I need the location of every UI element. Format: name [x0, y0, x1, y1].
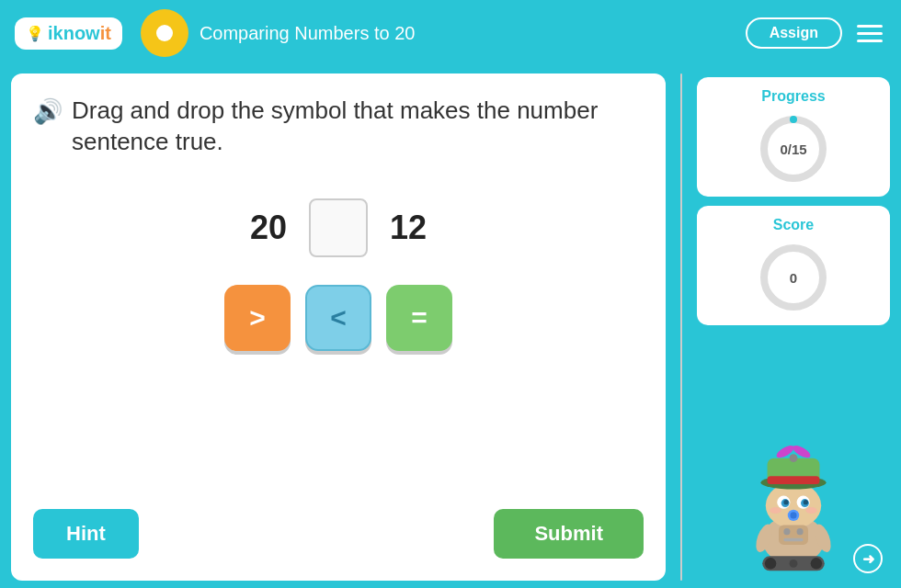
score-circle: 0: [757, 241, 830, 314]
svg-point-23: [805, 507, 816, 514]
assign-button[interactable]: Assign: [746, 17, 842, 49]
submit-button[interactable]: Submit: [494, 509, 644, 559]
hamburger-icon: [857, 32, 883, 35]
svg-point-6: [811, 558, 822, 569]
bulb-icon: 💡: [26, 25, 44, 42]
robot-area: ➜: [697, 334, 890, 581]
svg-point-22: [770, 507, 781, 514]
svg-point-29: [783, 528, 790, 535]
logo-text: iknowit: [48, 23, 111, 44]
page-title: Comparing Numbers to 20: [200, 23, 735, 44]
svg-point-20: [783, 500, 788, 504]
main-area: 🔊 Drag and drop the symbol that makes th…: [0, 66, 901, 588]
app-header: 💡 iknowit Comparing Numbers to 20 Assign: [0, 0, 901, 66]
question-panel: 🔊 Drag and drop the symbol that makes th…: [11, 74, 666, 581]
svg-point-7: [790, 560, 798, 568]
equal-button[interactable]: =: [386, 285, 452, 351]
score-title: Score: [773, 217, 814, 233]
bottom-bar: Hint Submit: [33, 509, 644, 559]
question-area: 🔊 Drag and drop the symbol that makes th…: [33, 96, 644, 158]
svg-point-12: [790, 454, 798, 462]
svg-point-30: [797, 528, 804, 535]
nav-arrow-button[interactable]: ➜: [853, 544, 883, 573]
robot-character: [720, 434, 867, 581]
svg-point-5: [765, 558, 776, 569]
logo-iknow: iknow: [48, 23, 100, 43]
divider: [680, 74, 682, 581]
progress-section: Progress 0/15: [697, 77, 890, 197]
right-number: 12: [390, 209, 427, 247]
menu-button[interactable]: [853, 21, 886, 46]
right-panel: Progress 0/15 Score 0: [697, 74, 890, 581]
logo: 💡 iknowit: [15, 17, 122, 50]
progress-value: 0/15: [780, 141, 806, 157]
question-text: Drag and drop the symbol that makes the …: [72, 96, 644, 158]
logo-it: it: [100, 23, 111, 43]
drop-target[interactable]: [309, 198, 368, 257]
svg-rect-28: [779, 526, 808, 545]
hamburger-icon: [857, 40, 883, 42]
speaker-icon[interactable]: 🔊: [33, 97, 63, 126]
greater-than-button[interactable]: >: [224, 285, 291, 351]
header-circle-inner: [156, 25, 173, 41]
score-section: Score 0: [697, 206, 890, 325]
hint-button[interactable]: Hint: [33, 509, 139, 559]
svg-point-25: [790, 512, 796, 518]
symbols-area: > < =: [33, 285, 644, 351]
hamburger-icon: [857, 25, 883, 28]
header-circle: [141, 9, 188, 57]
svg-point-9: [766, 482, 821, 528]
comparison-area: 20 12: [33, 198, 644, 257]
less-than-label: <: [330, 302, 347, 334]
left-number: 20: [250, 209, 287, 247]
progress-circle: 0/15: [757, 112, 830, 186]
svg-rect-31: [783, 538, 803, 542]
arrow-right-icon: ➜: [862, 550, 874, 568]
progress-title: Progress: [761, 88, 825, 105]
less-than-button[interactable]: <: [305, 285, 371, 351]
score-value: 0: [790, 270, 797, 286]
greater-than-label: >: [249, 302, 266, 334]
equal-label: =: [411, 302, 428, 334]
svg-point-21: [804, 500, 808, 504]
svg-rect-15: [768, 476, 820, 484]
